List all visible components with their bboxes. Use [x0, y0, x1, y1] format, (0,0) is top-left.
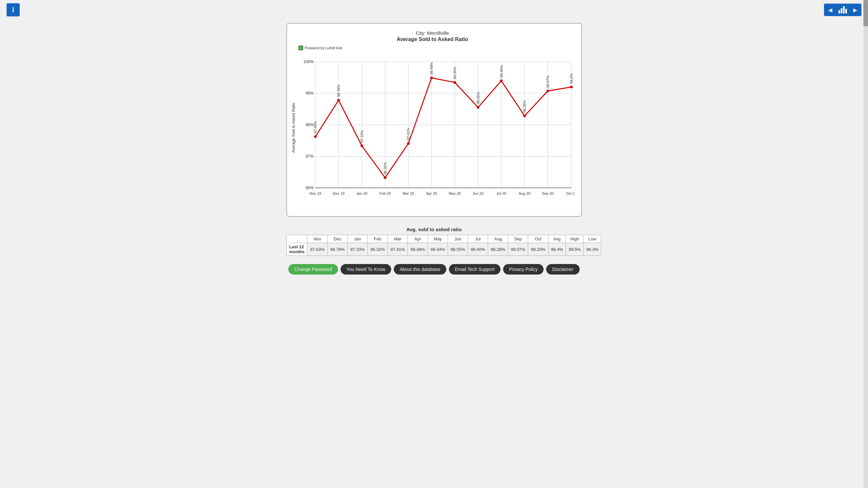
svg-text:99%: 99%: [305, 91, 314, 96]
line-chart-svg: 100% 99% 98% 97% 96%: [299, 52, 575, 210]
col-header-sep: Sep: [508, 235, 528, 243]
scrollbar-thumb[interactable]: [863, 0, 868, 26]
chart-legend: Prepared by Lutrell Kirk: [299, 45, 575, 50]
datapoint-1: [337, 99, 340, 101]
col-header-high: High: [566, 235, 584, 243]
chart-container: City: Merrillville Average Sold to Asked…: [286, 23, 582, 217]
privacy-policy-button[interactable]: Privacy Policy: [503, 264, 544, 275]
datapoint-9: [523, 115, 526, 117]
col-header-jun: Jun: [448, 235, 468, 243]
you-need-to-know-button[interactable]: You Need To Know: [341, 264, 391, 275]
col-header-avg: Avg: [548, 235, 566, 243]
svg-text:Sep 20: Sep 20: [542, 191, 554, 195]
svg-text:97%: 97%: [305, 154, 314, 159]
bar1: [838, 10, 840, 13]
col-header-may: May: [428, 235, 448, 243]
svg-text:98.28%: 98.28%: [523, 100, 526, 113]
svg-text:Apr 20: Apr 20: [426, 191, 437, 195]
svg-text:99.07%: 99.07%: [546, 75, 550, 88]
table-section: Avg. sold to asked ratio Nov Dec Jan Feb…: [286, 226, 582, 256]
top-bar: i ◀ ▶: [0, 0, 868, 20]
line-chart-polyline: [315, 78, 571, 178]
col-header-jan: Jan: [347, 235, 368, 243]
svg-text:May 20: May 20: [448, 191, 461, 195]
svg-text:98.78%: 98.78%: [337, 85, 341, 97]
cell-feb: 96.32%: [368, 243, 388, 256]
datapoint-0: [314, 135, 317, 138]
cell-apr: 99.49%: [408, 243, 428, 256]
svg-text:Feb 20: Feb 20: [379, 191, 391, 195]
datapoint-10: [546, 90, 549, 92]
cell-may: 99.34%: [428, 243, 448, 256]
cell-avg: 98.4%: [548, 243, 566, 256]
info-icon[interactable]: i: [6, 3, 20, 17]
table-title: Avg. sold to asked ratio: [286, 226, 582, 232]
datapoint-4: [407, 142, 409, 145]
about-database-button[interactable]: About this database: [394, 264, 446, 275]
svg-text:99.2%: 99.2%: [569, 73, 573, 84]
chart-city-title: City: Merrillville: [290, 30, 575, 36]
change-password-button[interactable]: Change Password: [288, 264, 338, 275]
svg-text:Jan 20: Jan 20: [356, 191, 367, 195]
col-header-aug: Aug: [488, 235, 508, 243]
col-header-low: Low: [584, 235, 601, 243]
chart-icon: [836, 4, 849, 16]
svg-text:97.63%: 97.63%: [313, 121, 317, 133]
svg-text:99.34%: 99.34%: [453, 67, 457, 79]
cell-nov: 97.63%: [307, 243, 328, 256]
cell-high: 99.5%: [566, 243, 584, 256]
chart-svg-wrapper: 100% 99% 98% 97% 96%: [299, 52, 575, 210]
next-button[interactable]: ▶: [849, 4, 862, 16]
legend-box: [299, 45, 303, 50]
footer-buttons: Change Password You Need To Know About t…: [288, 264, 579, 275]
datapoint-8: [500, 80, 502, 82]
svg-text:Mar 20: Mar 20: [402, 191, 414, 195]
col-header-dec: Dec: [328, 235, 347, 243]
svg-text:Jul 20: Jul 20: [496, 191, 506, 195]
datapoint-7: [476, 106, 479, 109]
col-header-jul: Jul: [468, 235, 488, 243]
svg-text:Jun 20: Jun 20: [472, 191, 484, 195]
svg-text:96.32%: 96.32%: [383, 162, 387, 174]
chart-main-title: Average Sold to Asked Ratio: [290, 36, 575, 42]
legend-text: Prepared by Lutrell Kirk: [305, 46, 343, 50]
col-header-label: [286, 235, 307, 243]
table-row: Last 12 months 97.63% 98.78% 97.33% 96.3…: [286, 243, 601, 256]
cell-oct: 99.20%: [528, 243, 548, 256]
svg-text:Nov 19: Nov 19: [309, 191, 321, 195]
cell-dec: 98.78%: [328, 243, 347, 256]
scrollbar-track[interactable]: [863, 0, 868, 488]
bar3: [843, 6, 845, 13]
main-content: City: Merrillville Average Sold to Asked…: [0, 20, 868, 281]
row-label: Last 12 months: [286, 243, 307, 256]
svg-text:97.41%: 97.41%: [406, 128, 410, 140]
col-header-feb: Feb: [368, 235, 388, 243]
col-header-nov: Nov: [307, 235, 328, 243]
bar4: [845, 9, 847, 13]
cell-jul: 99.40%: [468, 243, 488, 256]
col-header-mar: Mar: [388, 235, 408, 243]
disclaimer-button[interactable]: Disclaimer: [546, 264, 579, 275]
datapoint-6: [453, 81, 456, 84]
svg-text:97.33%: 97.33%: [360, 130, 364, 143]
svg-text:98%: 98%: [305, 122, 314, 127]
y-axis-label: Average Sold to Asked Ratio: [290, 45, 297, 210]
chart-area: Average Sold to Asked Ratio Prepared by …: [290, 45, 575, 210]
bar2: [841, 8, 842, 13]
prev-button[interactable]: ◀: [824, 4, 836, 16]
cell-mar: 97.41%: [388, 243, 408, 256]
cell-jan: 97.33%: [347, 243, 368, 256]
nav-icons: ◀ ▶: [824, 4, 862, 16]
svg-text:100%: 100%: [303, 59, 314, 64]
col-header-apr: Apr: [408, 235, 428, 243]
svg-text:96%: 96%: [305, 186, 314, 190]
svg-text:Dec 19: Dec 19: [333, 191, 344, 195]
svg-text:98.55%: 98.55%: [476, 92, 480, 104]
chart-inner: Prepared by Lutrell Kirk: [299, 45, 575, 210]
cell-low: 96.3%: [584, 243, 601, 256]
bar-chart-icon: [838, 6, 847, 13]
table-header-row: Nov Dec Jan Feb Mar Apr May Jun Jul Aug …: [286, 235, 601, 243]
svg-text:Aug 20: Aug 20: [519, 191, 530, 195]
email-tech-support-button[interactable]: Email Tech Support: [449, 264, 500, 275]
datapoint-5: [430, 77, 433, 79]
